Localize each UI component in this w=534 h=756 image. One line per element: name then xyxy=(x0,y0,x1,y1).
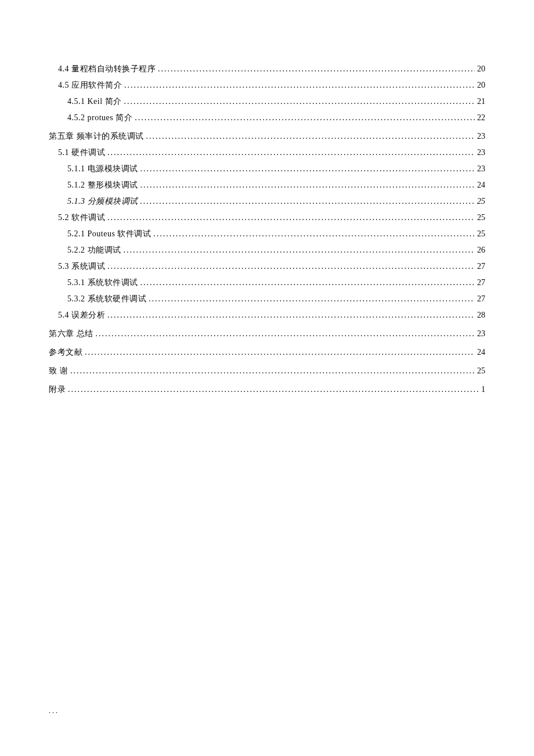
toc-label: 5.1.2 整形模块调试 xyxy=(67,180,138,190)
toc-entry: 4.5.2 protues 简介22 xyxy=(67,113,485,123)
toc-label: 5.3.1 系统软件调试 xyxy=(67,278,138,288)
toc-label: 第五章 频率计的系统调试 xyxy=(49,131,144,142)
toc-entry: 5.2 软件调试25 xyxy=(58,213,485,223)
toc-leader-dots xyxy=(70,366,475,376)
toc-leader-dots xyxy=(107,148,475,157)
toc-leader-dots xyxy=(140,181,475,190)
footer-marks: . . . xyxy=(49,707,57,715)
toc-leader-dots xyxy=(153,229,475,239)
toc-page-number: 23 xyxy=(477,329,485,339)
toc-label: 5.1.1 电源模块调试 xyxy=(67,164,138,174)
toc-leader-dots xyxy=(149,294,475,304)
toc-leader-dots xyxy=(107,262,475,271)
toc-page-number: 22 xyxy=(477,113,485,123)
toc-label: 5.2 软件调试 xyxy=(58,213,105,223)
toc-leader-dots xyxy=(158,64,475,74)
toc-page-number: 24 xyxy=(477,181,485,190)
toc-leader-dots xyxy=(68,385,479,394)
toc-page-number: 27 xyxy=(477,278,485,287)
toc-page-number: 23 xyxy=(477,148,485,157)
toc-label: 5.1 硬件调试 xyxy=(58,147,105,158)
toc-page-number: 27 xyxy=(477,262,485,271)
toc-entry: 第五章 频率计的系统调试23 xyxy=(49,131,485,142)
toc-leader-dots xyxy=(124,246,475,255)
toc-entry: 5.2.2 功能调试26 xyxy=(67,245,485,255)
toc-page-number: 20 xyxy=(477,64,485,74)
toc-leader-dots xyxy=(107,311,475,320)
toc-page-number: 23 xyxy=(477,164,485,174)
toc-page-number: 21 xyxy=(477,97,485,106)
toc-label: 5.4 误差分析 xyxy=(58,310,105,321)
toc-entry: 5.2.1 Pouteus 软件调试25 xyxy=(67,229,485,239)
toc-leader-dots xyxy=(124,97,475,106)
toc-entry: 参考文献24 xyxy=(49,347,485,358)
toc-leader-dots xyxy=(146,132,475,141)
table-of-contents: 4.4 量程档自动转换子程序204.5 应用软件简介204.5.1 Keil 简… xyxy=(49,64,485,395)
toc-leader-dots xyxy=(96,329,475,339)
toc-page-number: 25 xyxy=(477,229,485,239)
toc-leader-dots xyxy=(140,197,475,206)
toc-leader-dots xyxy=(140,164,475,174)
toc-page-number: 1 xyxy=(481,385,485,394)
toc-page-number: 26 xyxy=(477,246,485,255)
toc-label: 5.2.2 功能调试 xyxy=(67,245,121,255)
toc-label: 4.4 量程档自动转换子程序 xyxy=(58,64,156,74)
toc-label: 5.3.2 系统软硬件调试 xyxy=(67,294,146,304)
toc-entry: 5.1.1 电源模块调试23 xyxy=(67,164,485,174)
toc-page-number: 20 xyxy=(477,81,485,90)
toc-leader-dots xyxy=(124,81,475,90)
toc-label: 附录 xyxy=(49,384,66,395)
toc-entry: 致 谢25 xyxy=(49,366,485,376)
toc-entry: 5.3.1 系统软件调试27 xyxy=(67,278,485,288)
toc-leader-dots xyxy=(135,113,475,123)
toc-entry: 4.5 应用软件简介20 xyxy=(58,80,485,91)
toc-page-number: 28 xyxy=(477,311,485,320)
toc-page-number: 27 xyxy=(477,294,485,304)
toc-label: 第六章 总结 xyxy=(49,329,93,339)
toc-page-number: 25 xyxy=(477,197,485,206)
toc-label: 4.5 应用软件简介 xyxy=(58,80,122,91)
toc-label: 4.5.2 protues 简介 xyxy=(67,113,132,123)
toc-leader-dots xyxy=(140,278,475,287)
toc-leader-dots xyxy=(107,213,475,222)
toc-label: 5.2.1 Pouteus 软件调试 xyxy=(67,229,151,239)
toc-entry: 4.5.1 Keil 简介21 xyxy=(67,96,485,107)
toc-leader-dots xyxy=(85,348,475,357)
toc-label: 5.3 系统调试 xyxy=(58,261,105,272)
toc-page-number: 25 xyxy=(477,366,485,376)
toc-entry: 5.1.2 整形模块调试24 xyxy=(67,180,485,190)
toc-entry: 5.1 硬件调试23 xyxy=(58,147,485,158)
toc-entry: 5.4 误差分析28 xyxy=(58,310,485,321)
toc-page-number: 24 xyxy=(477,348,485,357)
toc-entry: 第六章 总结23 xyxy=(49,329,485,339)
toc-page-number: 25 xyxy=(477,213,485,222)
toc-label: 致 谢 xyxy=(49,366,68,376)
toc-label: 参考文献 xyxy=(49,347,82,358)
toc-entry: 附录1 xyxy=(49,384,485,395)
toc-label: 5.1.3 分频模块调试 xyxy=(67,196,138,207)
toc-entry: 4.4 量程档自动转换子程序20 xyxy=(58,64,485,74)
toc-entry: 5.3 系统调试27 xyxy=(58,261,485,272)
toc-entry: 5.3.2 系统软硬件调试27 xyxy=(67,294,485,304)
toc-entry: 5.1.3 分频模块调试25 xyxy=(67,196,485,207)
toc-label: 4.5.1 Keil 简介 xyxy=(67,96,122,107)
toc-page-number: 23 xyxy=(477,132,485,141)
